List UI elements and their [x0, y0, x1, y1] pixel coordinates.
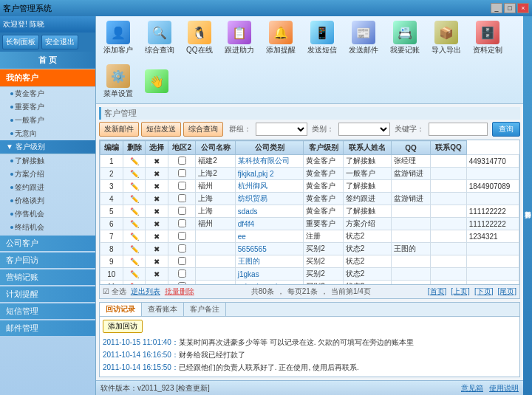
menu-gold-customer[interactable]: 黄金客户 [0, 87, 95, 100]
toolbar-qq-online[interactable]: 🐧 QQ在线 [183, 19, 216, 57]
menu-sales-accounting[interactable]: 营销记账 [0, 269, 95, 285]
table-row: 8 ✏️ ✖ 5656565 买别2 状态2 王图的 [100, 243, 519, 255]
menu-plan-intro[interactable]: 方案介绍 [0, 168, 95, 181]
cell-delete[interactable]: ✖ [146, 168, 168, 180]
cell-delete[interactable]: ✖ [146, 155, 168, 168]
add-note-btn[interactable]: 添加回访 [103, 320, 143, 333]
cell-check[interactable] [168, 180, 196, 193]
toolbar-system-exit[interactable]: 👋 [142, 68, 171, 95]
tab-visit-log[interactable]: 回访记录 [100, 303, 142, 316]
cell-company[interactable]: fjkjkal,pkj 2 [235, 168, 304, 180]
cell-delete[interactable]: ✖ [146, 205, 168, 218]
cell-edit[interactable]: ✏️ [123, 193, 146, 205]
cell-company[interactable]: ee [235, 230, 304, 243]
menu-price-negotiation[interactable]: 价格谈判 [0, 194, 95, 207]
cell-delete[interactable]: ✖ [146, 268, 168, 281]
cell-check[interactable] [168, 193, 196, 205]
maximize-btn[interactable]: □ [504, 3, 516, 13]
cell-edit[interactable]: ✏️ [123, 230, 146, 243]
help-link[interactable]: 使用说明 [489, 383, 519, 394]
cell-company[interactable]: 纺织贸易 [235, 193, 304, 205]
toolbar-menu-settings[interactable]: ⚙️ 菜单设置 [100, 63, 136, 100]
send-email-btn[interactable]: 发新邮件 [99, 122, 139, 137]
cell-check[interactable] [168, 243, 196, 255]
cell-delete[interactable]: ✖ [146, 255, 168, 268]
table-row: 4 ✏️ ✖ 上海 纺织贸易 黄金客户 签约跟进 盆游销进 [100, 193, 519, 205]
cell-edit[interactable]: ✏️ [123, 180, 146, 193]
cell-edit[interactable]: ✏️ [123, 268, 146, 281]
toolbar-data-admin[interactable]: 🗄️ 资料定制 [470, 19, 505, 57]
col-header-num: 编编 [100, 141, 123, 155]
cell-check[interactable] [168, 168, 196, 180]
tab-account-book[interactable]: 查看账本 [142, 303, 184, 316]
cell-check[interactable] [168, 268, 196, 281]
first-page-link[interactable]: [首页] [428, 286, 447, 297]
toolbar-accounting[interactable]: 📇 我要记账 [387, 19, 423, 57]
select-all-checkbox[interactable]: ☑ 全选 [103, 286, 126, 297]
cell-company[interactable]: 杭州御风 [235, 180, 304, 193]
type-select[interactable] [338, 123, 390, 136]
menu-understand[interactable]: 了解接触 [0, 154, 95, 168]
search-btn[interactable]: 查询 [492, 122, 520, 137]
menu-important-customer[interactable]: 重要客户 [0, 100, 95, 114]
toolbar-send-email[interactable]: 📰 发送邮件 [346, 19, 381, 57]
cell-check[interactable] [168, 155, 196, 168]
toolbar-send-sms[interactable]: 📱 发送短信 [304, 19, 340, 57]
menu-company-customers[interactable]: 公司客户 [0, 236, 95, 251]
tab-customer-notes[interactable]: 客户备注 [184, 303, 226, 316]
toolbar-add-customer[interactable]: 👤 添加客户 [100, 19, 136, 57]
cell-delete[interactable]: ✖ [146, 243, 168, 255]
query-btn[interactable]: 综合查询 [183, 122, 223, 137]
cell-edit[interactable]: ✏️ [123, 168, 146, 180]
send-sms-btn[interactable]: 短信发送 [141, 122, 181, 137]
keyword-input[interactable] [429, 123, 488, 136]
menu-my-customers[interactable]: 我的客户 [0, 69, 95, 87]
menu-sign-follow[interactable]: 签约跟进 [0, 181, 95, 194]
cell-edit[interactable]: ✏️ [123, 243, 146, 255]
menu-customer-visit[interactable]: 客户回访 [0, 253, 95, 268]
cell-check[interactable] [168, 230, 196, 243]
prev-page-link[interactable]: [上页] [451, 286, 470, 297]
cell-delete[interactable]: ✖ [146, 218, 168, 230]
last-page-link[interactable]: [尾页] [497, 286, 516, 297]
menu-plan-reminder[interactable]: 计划提醒 [0, 286, 95, 302]
version-text[interactable]: 软件版本：v2011_923 [检查更新] [100, 383, 210, 394]
right-sidebar[interactable]: 客户基本资料 [523, 16, 532, 395]
cell-company[interactable]: j1gkas [235, 268, 304, 281]
cell-edit[interactable]: ✏️ [123, 218, 146, 230]
safe-exit-btn[interactable]: 安全退出 [41, 35, 78, 49]
next-page-link[interactable]: [下页] [474, 286, 494, 297]
dashboard-btn[interactable]: 长制面板 [2, 35, 39, 49]
invert-select-link[interactable]: 逆出列表 [131, 286, 160, 297]
cell-company[interactable]: sdads [235, 205, 304, 218]
batch-delete-link[interactable]: 批量删除 [165, 286, 194, 297]
toolbar-import-export[interactable]: 📦 导入导出 [429, 19, 464, 57]
cell-check[interactable] [168, 205, 196, 218]
cell-company[interactable]: df4f4 [235, 218, 304, 230]
toolbar-comprehensive-query[interactable]: 🔍 综合查询 [142, 19, 177, 57]
cell-delete[interactable]: ✖ [146, 180, 168, 193]
close-btn[interactable]: × [517, 3, 529, 13]
toolbar-add-reminder[interactable]: 🔔 添加提醒 [263, 19, 299, 57]
group-select[interactable] [256, 123, 307, 136]
cell-delete[interactable]: ✖ [146, 230, 168, 243]
menu-home[interactable]: 首 页 [0, 52, 95, 69]
menu-general-customer[interactable]: 一般客户 [0, 114, 95, 127]
cell-edit[interactable]: ✏️ [123, 155, 146, 168]
cell-edit[interactable]: ✏️ [123, 255, 146, 268]
menu-no-intent[interactable]: 无意向 [0, 127, 95, 140]
menu-opportunity[interactable]: 停售机会 [0, 207, 95, 221]
cell-delete[interactable]: ✖ [146, 193, 168, 205]
cell-edit[interactable]: ✏️ [123, 205, 146, 218]
cell-company[interactable]: 5656565 [235, 243, 304, 255]
feedback-link[interactable]: 意见箱 [461, 383, 483, 394]
cell-company[interactable]: 某科技有限公司 [235, 155, 304, 168]
minimize-btn[interactable]: _ [491, 3, 502, 13]
cell-check[interactable] [168, 255, 196, 268]
menu-final[interactable]: 终结机会 [0, 221, 95, 234]
cell-check[interactable] [168, 218, 196, 230]
menu-email-management[interactable]: 邮件管理 [0, 320, 95, 336]
toolbar-follow-reminder[interactable]: 📋 跟进助力 [222, 19, 257, 57]
cell-company[interactable]: 王图的 [235, 255, 304, 268]
menu-sms-management[interactable]: 短信管理 [0, 303, 95, 319]
